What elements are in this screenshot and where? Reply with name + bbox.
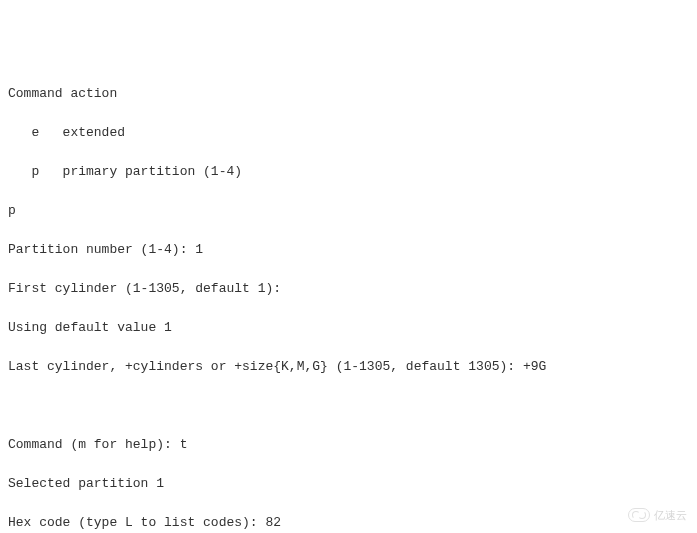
selected-partition: Selected partition 1 (8, 474, 689, 494)
hex-code-prompt: Hex code (type L to list codes): 82 (8, 513, 689, 533)
command-t: Command (m for help): t (8, 435, 689, 455)
last-cylinder-prompt: Last cylinder, +cylinders or +size{K,M,G… (8, 357, 689, 377)
default-value-line: Using default value 1 (8, 318, 689, 338)
blank-line (8, 396, 689, 416)
command-action-header: Command action (8, 84, 689, 104)
watermark: 亿速云 (628, 507, 687, 524)
watermark-logo-icon (628, 508, 650, 522)
watermark-text: 亿速云 (654, 507, 687, 524)
option-primary: p primary partition (1-4) (8, 162, 689, 182)
first-cylinder-prompt: First cylinder (1-1305, default 1): (8, 279, 689, 299)
user-input-p: p (8, 201, 689, 221)
option-extended: e extended (8, 123, 689, 143)
partition-number-prompt: Partition number (1-4): 1 (8, 240, 689, 260)
